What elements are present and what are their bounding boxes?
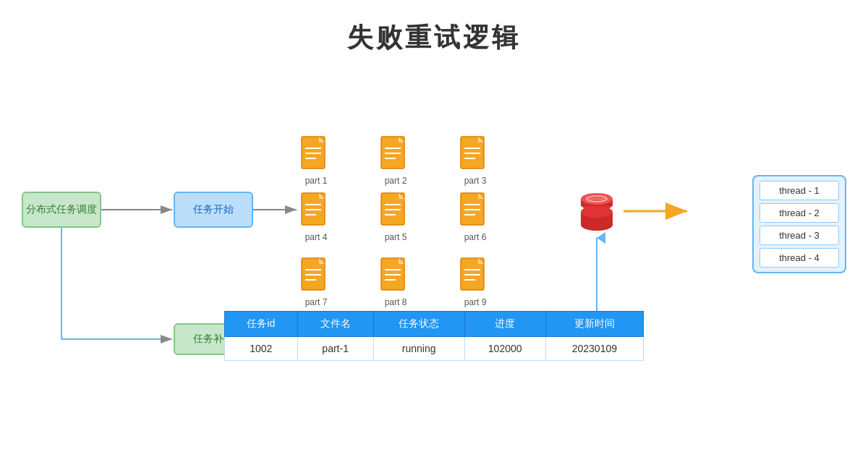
col-header-updatetime: 更新时间 [545,312,643,337]
file-icon-part3: part 3 [459,135,491,186]
thread-item-1: thread - 1 [760,181,839,200]
table-area: 任务id 文件名 任务状态 进度 更新时间 1002 part-1 runnin… [224,311,644,361]
redis-icon [571,192,622,235]
data-table: 任务id 文件名 任务状态 进度 更新时间 1002 part-1 runnin… [224,311,644,361]
page-title: 失败重试逻辑 [0,0,868,56]
col-header-id: 任务id [225,312,298,337]
scheduler-label: 分布式任务调度 [26,203,97,216]
thread-item-2: thread - 2 [760,203,839,223]
file-icon-part4: part 4 [300,192,332,242]
diagram-area: 分布式任务调度 任务开始 任务补偿 part 1 part 2 part 3 p… [0,63,868,374]
file-label-part7: part 7 [305,297,328,307]
file-label-part2: part 2 [385,176,407,186]
thread-item-3: thread - 3 [760,226,839,245]
cell-updatetime: 20230109 [545,337,643,361]
task-start-label: 任务开始 [193,203,234,216]
file-icon-part6: part 6 [459,192,491,242]
cell-progress: 102000 [464,337,545,361]
col-header-status: 任务状态 [373,312,464,337]
cell-id: 1002 [225,337,298,361]
file-label-part3: part 3 [464,176,487,186]
thread-item-4: thread - 4 [760,248,839,268]
file-label-part6: part 6 [464,232,487,242]
col-header-filename: 文件名 [297,312,373,337]
file-icon-part2: part 2 [380,135,412,186]
col-header-progress: 进度 [464,312,545,337]
file-label-part5: part 5 [385,232,407,242]
file-label-part8: part 8 [385,297,407,307]
file-icon-part5: part 5 [380,192,412,242]
file-label-part9: part 9 [464,297,487,307]
file-icon-part9: part 9 [459,257,491,307]
file-icon-part1: part 1 [300,135,332,186]
file-label-part4: part 4 [305,232,328,242]
file-icon-part7: part 7 [300,257,332,307]
table-header-row: 任务id 文件名 任务状态 进度 更新时间 [225,312,644,337]
file-label-part1: part 1 [305,176,328,186]
task-start-box: 任务开始 [174,192,253,228]
thread-panel: thread - 1 thread - 2 thread - 3 thread … [752,175,846,273]
scheduler-box: 分布式任务调度 [22,192,101,228]
cell-status: running [373,337,464,361]
file-icon-part8: part 8 [380,257,412,307]
table-row: 1002 part-1 running 102000 20230109 [225,337,644,361]
cell-filename: part-1 [297,337,373,361]
